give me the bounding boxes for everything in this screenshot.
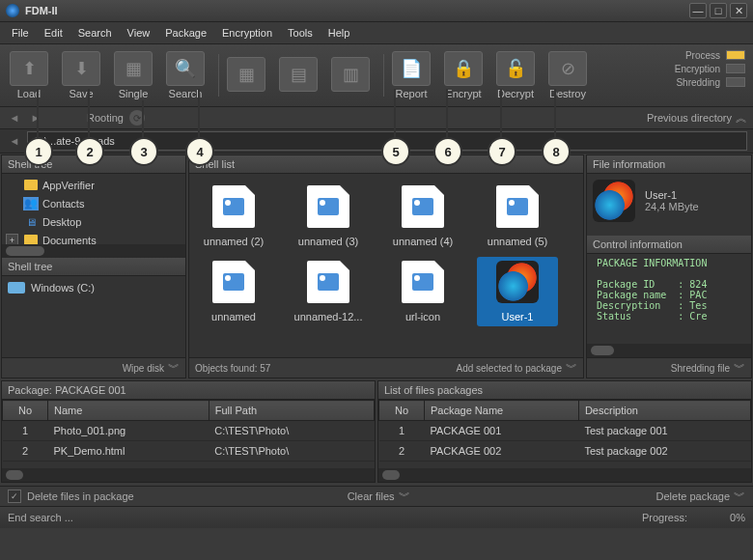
path-back-icon[interactable]: ◄ <box>6 133 23 149</box>
control-info-header: Control information <box>587 236 751 254</box>
footer-actions: ✓ Delete files in package Clear files ︾ … <box>0 486 753 506</box>
tree-item[interactable]: +Documents <box>2 231 185 244</box>
rooting-label: Rooting <box>87 112 124 124</box>
grid3-button[interactable]: ▥ <box>327 57 374 94</box>
previous-dir-label[interactable]: Previous directory <box>647 112 732 124</box>
status-bar: End search ... Progress: 0% <box>0 506 753 528</box>
destroy-icon: ⊘ <box>548 51 587 86</box>
shell-list[interactable]: unnamed (2)unnamed (3)unnamed (4)unnamed… <box>189 174 583 357</box>
grid1-button[interactable]: ▦ <box>223 57 269 94</box>
cell: 2 <box>3 441 48 462</box>
menu-encryption[interactable]: Encryption <box>214 24 280 42</box>
rooting-button[interactable]: ⟳ <box>129 110 145 126</box>
single-button[interactable]: ▦Single <box>110 51 156 99</box>
file-thumb[interactable]: unnamed (4) <box>382 182 463 251</box>
table-row[interactable]: 1Photo_001.pngC:\TEST\Photo\ <box>3 421 375 441</box>
report-button[interactable]: 📄Report <box>388 51 434 99</box>
menu-tools[interactable]: Tools <box>280 24 321 42</box>
delete-files-label: Delete files in package <box>27 490 134 502</box>
shell-tree[interactable]: AppVerifier👥Contacts🖥Desktop+Documents+D… <box>2 174 185 244</box>
progress-value: 0% <box>687 512 745 523</box>
delete-files-checkbox[interactable]: ✓ <box>8 490 21 503</box>
led-encryption-label: Encryption <box>675 64 720 74</box>
report-label: Report <box>395 88 427 99</box>
shredding-file-button[interactable]: Shredding file︾ <box>671 360 745 377</box>
tree-item[interactable]: 🖥Desktop <box>2 212 185 231</box>
tree-item-label: Contacts <box>42 198 84 210</box>
list-table[interactable]: NoPackage NameDescription1PACKAGE 001Tes… <box>378 400 751 468</box>
delete-package-button[interactable]: Delete package ︾ <box>656 489 745 505</box>
menu-help[interactable]: Help <box>321 24 358 42</box>
encrypt-icon: 🔒 <box>444 51 483 86</box>
load-button[interactable]: ⬆Load <box>6 51 52 99</box>
contacts-icon: 👥 <box>23 197 39 210</box>
add-to-package-button[interactable]: Add selected to package︾ <box>456 360 577 377</box>
grid-icon: ▥ <box>331 57 370 92</box>
chevron-up-icon[interactable]: ︽ <box>736 110 747 126</box>
table-row[interactable]: 1PACKAGE 001Test package 001 <box>379 421 751 441</box>
col-header[interactable]: Package Name <box>425 401 579 421</box>
nav-back-icon[interactable]: ◄ <box>6 110 23 126</box>
clear-files-button[interactable]: Clear files ︾ <box>348 489 410 505</box>
col-header[interactable]: Description <box>578 401 750 421</box>
cell: PACKAGE 002 <box>425 441 579 462</box>
table-row[interactable]: 2PK_Demo.htmlC:\TEST\Photo\ <box>3 441 375 462</box>
tree-scrollbar[interactable] <box>2 244 185 258</box>
tree-item[interactable]: AppVerifier <box>2 176 185 194</box>
menu-edit[interactable]: Edit <box>37 24 70 42</box>
file-thumb[interactable]: unnamed (3) <box>288 182 369 251</box>
chevron-down-icon: ︾ <box>734 489 745 505</box>
nav-fwd-icon[interactable]: ► <box>27 110 44 126</box>
table-row[interactable]: 2PACKAGE 002Test package 002 <box>379 441 751 462</box>
close-button[interactable]: ✕ <box>730 3 747 18</box>
desktop-icon: 🖥 <box>23 215 39 229</box>
cell: Test package 001 <box>578 421 750 441</box>
minimize-button[interactable]: — <box>689 3 707 18</box>
decrypt-button[interactable]: 🔓Decrypt <box>492 51 539 99</box>
maximize-button[interactable]: □ <box>710 3 727 18</box>
save-button[interactable]: ⬇Save <box>58 51 104 99</box>
menu-package[interactable]: Package <box>157 24 214 42</box>
col-header[interactable]: Name <box>48 401 209 421</box>
col-header[interactable]: No <box>379 401 425 421</box>
cell: Photo_001.png <box>48 421 209 441</box>
led-process-label: Process <box>685 50 720 61</box>
search-button[interactable]: 🔍Search <box>162 51 209 99</box>
menu-view[interactable]: View <box>120 24 158 42</box>
tree-item-label: Documents <box>42 235 97 244</box>
list-scrollbar[interactable] <box>378 468 751 482</box>
file-thumb[interactable]: url-icon <box>382 257 463 326</box>
wipe-disk-button[interactable]: Wipe disk︾ <box>123 360 180 377</box>
thumb-label: unnamed (5) <box>477 236 558 247</box>
ctrl-scrollbar[interactable] <box>587 344 751 357</box>
shredding-label: Shredding file <box>671 363 730 374</box>
col-header[interactable]: Full Path <box>209 401 374 421</box>
file-thumb[interactable]: unnamed-12... <box>288 257 369 326</box>
menu-search[interactable]: Search <box>70 24 120 42</box>
file-thumb[interactable]: unnamed (5) <box>477 182 558 251</box>
file-name: User-1 <box>645 189 699 201</box>
destroy-button[interactable]: ⊘Destroy <box>544 51 591 99</box>
cell: Test package 002 <box>578 441 750 462</box>
objects-found-label: Objects found: 57 <box>195 363 270 374</box>
thumb-label: unnamed (2) <box>193 236 274 247</box>
package-table[interactable]: NoNameFull Path1Photo_001.pngC:\TEST\Pho… <box>2 400 375 468</box>
col-header[interactable]: No <box>3 401 48 421</box>
encrypt-button[interactable]: 🔒Encrypt <box>440 51 487 99</box>
file-thumb[interactable]: User-1 <box>477 257 558 326</box>
file-thumb[interactable]: unnamed <box>193 257 274 326</box>
drive-list[interactable]: Windows (C:) <box>2 276 185 358</box>
tree-item[interactable]: 👥Contacts <box>2 194 185 212</box>
file-thumb[interactable]: unnamed (2) <box>193 182 274 251</box>
image-file-icon <box>307 261 349 303</box>
menu-bar: File Edit Search View Package Encryption… <box>0 22 753 44</box>
expander-icon[interactable]: + <box>6 234 18 244</box>
chevron-down-icon: ︾ <box>734 360 745 377</box>
path-input[interactable]: C:\...ate-9...loads <box>27 131 747 151</box>
pkg-scrollbar[interactable] <box>2 468 375 482</box>
thumb-label: unnamed (3) <box>288 236 369 247</box>
drive-label: Windows (C:) <box>31 282 95 294</box>
grid2-button[interactable]: ▤ <box>275 57 321 94</box>
menu-file[interactable]: File <box>4 24 37 42</box>
thumb-label: unnamed (4) <box>382 236 463 247</box>
